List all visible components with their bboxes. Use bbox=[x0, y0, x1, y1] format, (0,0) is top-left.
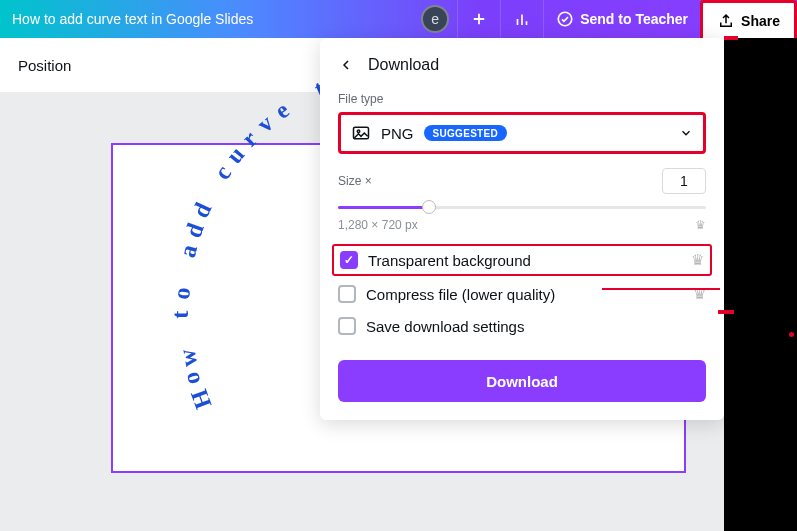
size-slider[interactable] bbox=[338, 198, 706, 216]
save-settings-checkbox[interactable] bbox=[338, 317, 356, 335]
send-label: Send to Teacher bbox=[580, 11, 688, 27]
chevron-down-icon bbox=[679, 126, 693, 140]
crown-icon: ♛ bbox=[695, 218, 706, 232]
file-type-select[interactable]: PNG SUGGESTED bbox=[338, 112, 706, 154]
send-to-teacher-button[interactable]: Send to Teacher bbox=[543, 0, 700, 38]
position-tool[interactable]: Position bbox=[18, 57, 71, 74]
transparent-checkbox[interactable] bbox=[340, 251, 358, 269]
share-label: Share bbox=[741, 13, 780, 29]
slider-thumb[interactable] bbox=[422, 200, 436, 214]
document-title[interactable]: How to add curve text in Google Slides bbox=[12, 11, 253, 27]
avatar[interactable]: e bbox=[421, 5, 449, 33]
avatar-initial: e bbox=[431, 11, 439, 27]
suggested-badge: SUGGESTED bbox=[424, 125, 508, 141]
share-button[interactable]: Share bbox=[700, 0, 797, 38]
transparent-label: Transparent background bbox=[368, 252, 531, 269]
plus-icon bbox=[470, 10, 488, 28]
analytics-button[interactable] bbox=[500, 0, 543, 38]
top-bar: How to add curve text in Google Slides e… bbox=[0, 0, 797, 38]
svg-point-2 bbox=[357, 130, 360, 133]
check-circle-icon bbox=[556, 10, 574, 28]
back-icon[interactable] bbox=[338, 57, 354, 73]
annotation-line bbox=[718, 310, 734, 314]
panel-title: Download bbox=[368, 56, 439, 74]
crown-icon: ♛ bbox=[691, 251, 704, 269]
compress-checkbox[interactable] bbox=[338, 285, 356, 303]
download-panel: Download File type PNG SUGGESTED Size × … bbox=[320, 38, 724, 420]
file-type-label: File type bbox=[338, 92, 706, 106]
share-icon bbox=[717, 12, 735, 30]
annotation-line bbox=[724, 36, 738, 40]
download-button[interactable]: Download bbox=[338, 360, 706, 402]
bar-chart-icon bbox=[513, 10, 531, 28]
compress-option[interactable]: Compress file (lower quality) ♛ bbox=[338, 278, 706, 310]
size-label: Size × bbox=[338, 174, 654, 188]
image-icon bbox=[351, 123, 371, 143]
download-button-label: Download bbox=[486, 373, 558, 390]
add-button[interactable] bbox=[457, 0, 500, 38]
annotation-line bbox=[602, 288, 720, 290]
annotation-dot bbox=[789, 332, 794, 337]
right-black-area bbox=[724, 38, 797, 531]
size-input[interactable] bbox=[662, 168, 706, 194]
save-settings-option[interactable]: Save download settings bbox=[338, 310, 706, 342]
dimensions-text: 1,280 × 720 px bbox=[338, 218, 418, 232]
transparent-bg-option[interactable]: Transparent background ♛ bbox=[332, 244, 712, 276]
compress-label: Compress file (lower quality) bbox=[366, 286, 555, 303]
file-type-value: PNG bbox=[381, 125, 414, 142]
save-settings-label: Save download settings bbox=[366, 318, 524, 335]
